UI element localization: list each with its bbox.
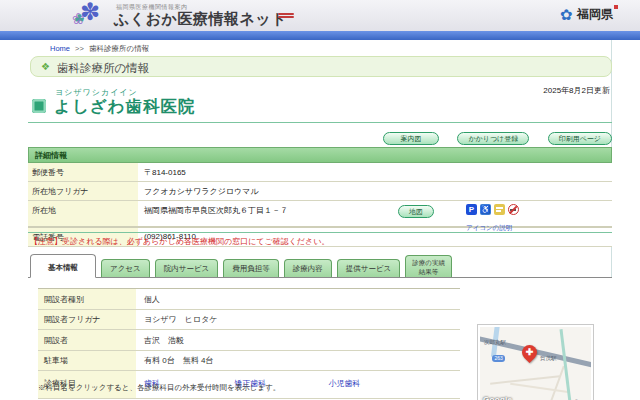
credit-card-icon xyxy=(494,204,505,215)
table-row: 開設者フリガナ ヨシザワ ヒロタケ xyxy=(38,310,460,331)
map-button[interactable]: 地図 xyxy=(398,205,434,218)
table-row: 駐車場 有料 0台 無料 4台 xyxy=(38,351,460,372)
prefecture-flower-icon: ✿ xyxy=(560,6,573,23)
page-banner-title: 歯科診療所の情報 xyxy=(57,61,149,76)
diamond-icon: ❖ xyxy=(41,61,50,72)
guide-map-button[interactable]: 案内図 xyxy=(383,132,439,145)
page: ✽ ❀ ☘ 福岡県医療機関情報案内 ふくおか医療情報ネット ✿ 福岡県 Home… xyxy=(0,0,640,400)
subject-link-pediatric-dentistry[interactable]: 小児歯科 xyxy=(328,378,360,389)
tab-treatment[interactable]: 診療内容 xyxy=(284,259,332,278)
parking-icon: P xyxy=(466,204,477,215)
tab-panel: 開設者種別 個人 開設者フリガナ ヨシザワ ヒロタケ 開設者 吉沢 浩毅 駐車場… xyxy=(28,277,612,400)
prefecture-logo[interactable]: ✿ 福岡県 xyxy=(560,5,618,27)
no-smoking-icon xyxy=(508,204,519,215)
tab-hospital-services[interactable]: 院内サービス xyxy=(155,259,219,278)
map-card[interactable]: 次郎丸駅 賀茂駅 263 ✚ Google Map data ©2025 xyxy=(477,324,594,400)
clinic-bullet-icon xyxy=(32,99,46,113)
page-banner: ❖ 歯科診療所の情報 xyxy=(30,56,612,77)
subjects-note: ※科目名をクリックすると、各診療科目の外来受付時間を表示します。 xyxy=(38,383,280,393)
family-registration-button[interactable]: かかりつけ登録 xyxy=(457,132,529,145)
google-logo: Google xyxy=(483,395,512,400)
breadcrumb-home-link[interactable]: Home xyxy=(50,44,70,53)
map-station-label: 次郎丸駅 xyxy=(484,339,506,346)
title-underline xyxy=(28,122,612,123)
clinic-name: よしざわ歯科医院 xyxy=(54,96,196,118)
breadcrumb-current: 歯科診療所の情報 xyxy=(89,44,149,53)
site-logo-flower-icon: ✽ ❀ ☘ xyxy=(72,0,112,32)
tab-access[interactable]: アクセス xyxy=(101,259,150,278)
address-value: 福岡県福岡市早良区次郎丸６丁目１－７ xyxy=(144,206,288,215)
tab-basic-info[interactable]: 基本情報 xyxy=(30,254,96,278)
map-pin-icon[interactable]: ✚ xyxy=(519,342,540,363)
header-mini-icon[interactable] xyxy=(278,12,294,22)
site-title[interactable]: ふくおか医療情報ネット xyxy=(114,10,287,29)
tab-costs[interactable]: 費用負担等 xyxy=(223,259,279,278)
tab-provided-services[interactable]: 提供サービス xyxy=(337,259,401,278)
site-header: ✽ ❀ ☘ 福岡県医療機関情報案内 ふくおか医療情報ネット ✿ 福岡県 xyxy=(0,0,640,31)
facility-icons: P♿ アイコンの説明 xyxy=(466,204,562,233)
table-row: 所在地フリガナ フクオカシサワラクジロウマル xyxy=(28,182,612,201)
updated-date: 2025年8月2日更新 xyxy=(543,85,610,96)
tab-results[interactable]: 診療の実績 結果等 xyxy=(405,255,452,278)
tab-bar: 基本情報 アクセス 院内サービス 費用負担等 診療内容 提供サービス 診療の実績… xyxy=(30,252,612,278)
separator-rule xyxy=(28,232,612,233)
breadcrumb-separator: >> xyxy=(75,44,84,53)
breadcrumb: Home >> 歯科診療所の情報 xyxy=(50,44,149,54)
wheelchair-icon: ♿ xyxy=(480,204,491,215)
route-badge: 263 xyxy=(492,355,505,362)
table-row: 郵便番号 〒814-0165 xyxy=(28,163,612,182)
table-row: 開設者種別 個人 xyxy=(38,289,460,310)
map-image[interactable]: 次郎丸駅 賀茂駅 263 ✚ Google Map data ©2025 xyxy=(480,327,591,400)
table-row: 開設者 吉沢 浩毅 xyxy=(38,330,460,351)
main-content: Home >> 歯科診療所の情報 ❖ 歯科診療所の情報 2025年8月2日更新 … xyxy=(28,40,612,400)
action-buttons: 案内図 かかりつけ登録 印刷用ページ xyxy=(369,127,612,145)
header-blue-bar xyxy=(0,31,640,40)
notice-text: 【注意】受診される際は、必ずあらかじめ各医療機関の窓口にてご確認ください。 xyxy=(30,236,329,247)
map-station-label: 賀茂駅 xyxy=(540,355,557,362)
details-table-header: 詳細情報 xyxy=(28,147,612,163)
print-page-button[interactable]: 印刷用ページ xyxy=(548,132,612,145)
